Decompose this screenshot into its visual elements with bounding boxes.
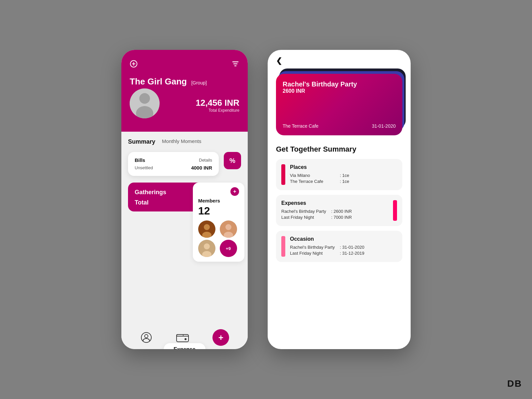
tabs-row: Summary Monthly Moments bbox=[128, 138, 241, 145]
bills-top-row: Bills Details bbox=[135, 157, 212, 163]
group-title: The Girl Gang [Group] bbox=[130, 76, 239, 87]
percent-badge[interactable]: % bbox=[224, 152, 241, 169]
add-expense-btn[interactable]: + bbox=[212, 329, 229, 346]
summary-title: Get Together Summary bbox=[276, 145, 402, 154]
members-add-btn[interactable]: + bbox=[230, 187, 239, 196]
bottom-nav: + Expense bbox=[121, 324, 248, 349]
expenses-item-1: Rachel's Birthday Party : 2600 INR bbox=[281, 209, 388, 214]
gatherings-total-label: Total bbox=[135, 199, 149, 206]
event-cards-stack: Rachel's Birthday Party 2600 INR The Ter… bbox=[276, 68, 402, 135]
occasion-card: Occasion Rachel's Birthday Party : 31-01… bbox=[276, 231, 402, 262]
places-item-2: The Terrace Cafe : 1ce bbox=[290, 179, 397, 184]
places-card: Places Via Milano : 1ce The Terrace Cafe… bbox=[276, 159, 402, 190]
members-card: + Members 12 bbox=[193, 183, 244, 262]
header-icons bbox=[130, 60, 239, 70]
back-button[interactable]: ❮ bbox=[276, 57, 402, 65]
tab-monthly[interactable]: Monthly Moments bbox=[162, 138, 201, 145]
expenses-content: Expenses Rachel's Birthday Party : 2600 … bbox=[281, 200, 388, 221]
add-group-icon[interactable] bbox=[130, 60, 138, 70]
svg-point-10 bbox=[225, 224, 231, 230]
right-phone-top: ❮ bbox=[268, 50, 411, 68]
middle-section: Gatherings + Total 2 + bbox=[128, 183, 241, 216]
occasion-title: Occasion bbox=[290, 236, 397, 242]
event-date: 31-01-2020 bbox=[372, 123, 396, 129]
get-together-summary: Get Together Summary Places Via Milano :… bbox=[268, 142, 411, 349]
members-count: 12 bbox=[198, 205, 239, 217]
group-avatar bbox=[130, 88, 160, 118]
phone-body: Summary Monthly Moments Bills Details Un… bbox=[121, 132, 248, 324]
wallet-nav-btn[interactable] bbox=[176, 331, 189, 344]
event-venue: The Terrace Cafe bbox=[283, 123, 319, 129]
member-avatar-3 bbox=[198, 240, 215, 257]
svg-point-7 bbox=[204, 224, 210, 230]
event-card-front[interactable]: Rachel's Birthday Party 2600 INR The Ter… bbox=[276, 74, 402, 135]
bills-card: Bills Details Unsettled 4000 INR bbox=[128, 152, 219, 176]
group-badge: [Group] bbox=[191, 80, 207, 85]
event-amount: 2600 INR bbox=[283, 88, 396, 94]
expenditure-label: Total Expenditure bbox=[196, 108, 239, 113]
expenditure-info: 12,456 INR Total Expenditure bbox=[196, 98, 239, 113]
occasion-content: Occasion Rachel's Birthday Party : 31-01… bbox=[290, 236, 397, 257]
details-label[interactable]: Details bbox=[199, 158, 212, 163]
total-amount: 12,456 INR bbox=[196, 98, 239, 108]
left-phone-header: The Girl Gang [Group] 12,456 INR Total E… bbox=[121, 50, 248, 132]
members-title: Members bbox=[198, 198, 239, 203]
left-phone: The Girl Gang [Group] 12,456 INR Total E… bbox=[121, 50, 248, 349]
occasion-accent bbox=[281, 236, 285, 257]
right-phone: ❮ Rachel's Birthday Party 2600 INR The T… bbox=[268, 50, 411, 349]
bills-row: Bills Details Unsettled 4000 INR % bbox=[128, 152, 241, 176]
unsettled-label: Unsettled bbox=[135, 165, 153, 170]
svg-rect-17 bbox=[177, 334, 189, 342]
unsettled-amount: 4000 INR bbox=[191, 165, 212, 171]
header-bottom: 12,456 INR Total Expenditure bbox=[130, 92, 239, 118]
tab-summary[interactable]: Summary bbox=[128, 138, 155, 145]
places-title: Places bbox=[290, 164, 397, 170]
expenses-title: Expenses bbox=[281, 200, 388, 206]
event-card-bottom: The Terrace Cafe 31-01-2020 bbox=[283, 123, 396, 129]
svg-point-18 bbox=[185, 338, 187, 340]
expenses-card: Expenses Rachel's Birthday Party : 2600 … bbox=[276, 195, 402, 226]
filter-icon[interactable] bbox=[231, 60, 239, 70]
event-title: Rachel's Birthday Party bbox=[283, 80, 396, 88]
profile-nav-btn[interactable] bbox=[140, 331, 153, 344]
occasion-item-2: Last Friday Night : 31-12-2019 bbox=[290, 251, 397, 256]
places-accent bbox=[281, 164, 285, 185]
member-more-badge: +9 bbox=[220, 240, 237, 257]
avatars-grid: +9 bbox=[198, 220, 239, 257]
places-content: Places Via Milano : 1ce The Terrace Cafe… bbox=[290, 164, 397, 185]
member-avatar-2 bbox=[220, 220, 237, 238]
bills-bottom-row: Unsettled 4000 INR bbox=[135, 165, 212, 171]
member-avatar-1 bbox=[198, 220, 215, 238]
members-plus-row: + bbox=[198, 187, 239, 196]
expenses-accent bbox=[393, 200, 397, 221]
event-card-top: Rachel's Birthday Party 2600 INR bbox=[283, 80, 396, 94]
svg-point-13 bbox=[204, 243, 210, 249]
occasion-item-1: Rachel's Birthday Party : 31-01-2020 bbox=[290, 245, 397, 250]
gatherings-title: Gatherings bbox=[135, 189, 166, 196]
watermark: DB bbox=[507, 378, 522, 389]
bills-label: Bills bbox=[135, 157, 145, 163]
places-item-1: Via Milano : 1ce bbox=[290, 173, 397, 178]
svg-rect-19 bbox=[177, 334, 183, 336]
svg-point-16 bbox=[145, 334, 148, 338]
expense-tooltip: Expense bbox=[164, 343, 205, 349]
expenses-item-2: Last Friday Night : 7000 INR bbox=[281, 215, 388, 220]
svg-point-4 bbox=[139, 93, 150, 104]
